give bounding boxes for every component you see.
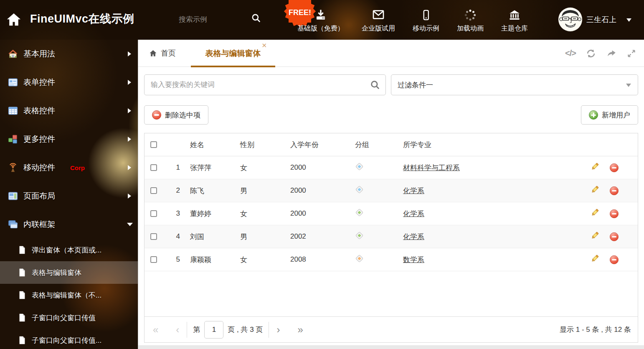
major-link[interactable]: 化学系 <box>403 209 424 219</box>
sidebar-item-inline-frame[interactable]: 内联框架 <box>0 210 138 239</box>
delete-icon[interactable] <box>610 232 619 241</box>
form-icon <box>8 77 18 88</box>
edit-icon[interactable] <box>591 231 599 242</box>
cell-gender: 男 <box>234 186 284 196</box>
source-code-icon[interactable]: </> <box>565 48 576 58</box>
sidebar-item-label: 基本用法 <box>23 48 55 59</box>
tab-label: 首页 <box>161 48 176 58</box>
chevron-down-icon <box>127 223 133 226</box>
refresh-icon[interactable] <box>586 48 596 59</box>
sidebar-item-more-controls[interactable]: 更多控件 <box>0 125 138 153</box>
tab-close-icon[interactable]: ✕ <box>261 42 267 48</box>
delete-icon[interactable] <box>610 186 619 195</box>
edit-icon[interactable] <box>591 162 599 173</box>
cell-gender: 女 <box>234 255 284 265</box>
cell-name: 康颖颖 <box>184 255 234 265</box>
cell-year: 2000 <box>284 163 349 172</box>
search-icon[interactable] <box>370 79 380 90</box>
delete-icon[interactable] <box>610 163 619 172</box>
col-header-year[interactable]: 入学年份 <box>284 140 349 150</box>
add-user-button[interactable]: 新增用户 <box>581 105 638 125</box>
row-checkbox[interactable] <box>150 210 157 217</box>
select-all-checkbox[interactable] <box>150 141 157 148</box>
avatar[interactable] <box>558 8 582 31</box>
nav-enterprise-trial[interactable]: 企业版试用 <box>362 7 395 33</box>
edit-icon[interactable] <box>591 208 599 219</box>
sidebar-item-mobile-controls[interactable]: 移动控件 Corp <box>0 153 138 182</box>
row-checkbox[interactable] <box>150 187 157 194</box>
table-row[interactable]: 5 康颖颖 女 2008 数学系 <box>145 248 638 271</box>
keyword-search-input[interactable] <box>145 75 385 95</box>
row-checkbox[interactable] <box>150 164 157 171</box>
chevron-right-icon <box>128 51 131 56</box>
delete-selected-button[interactable]: 删除选中项 <box>144 105 208 125</box>
prev-page-icon[interactable]: ‹ <box>174 325 181 335</box>
username[interactable]: 三生石上 <box>586 15 616 25</box>
page-number-input[interactable] <box>204 321 223 339</box>
sidebar-item-page-layout[interactable]: 页面布局 <box>0 182 138 210</box>
pager-divider <box>187 322 187 338</box>
row-checkbox[interactable] <box>150 233 157 240</box>
home-icon <box>149 49 157 57</box>
sidebar-item-grid-controls[interactable]: 表格控件 <box>0 97 138 125</box>
table-row[interactable]: 4 刘国 男 2002 化学系 <box>145 225 638 248</box>
sidebar-subitem-grid-edit-window-2[interactable]: 表格与编辑窗体（不... <box>0 284 138 306</box>
share-icon[interactable] <box>606 48 617 59</box>
cell-gender: 女 <box>234 163 284 173</box>
last-page-icon[interactable]: » <box>296 325 304 335</box>
sidebar-item-label: 表单控件 <box>23 77 55 88</box>
chevron-right-icon <box>128 165 131 170</box>
nav-basic-edition[interactable]: 基础版（免费） <box>297 7 344 33</box>
row-index: 5 <box>165 255 184 264</box>
col-header-gender[interactable]: 性别 <box>234 140 284 150</box>
header-search-icon[interactable] <box>251 13 261 23</box>
mobile-icon <box>420 7 432 21</box>
edit-icon[interactable] <box>591 254 599 265</box>
major-link[interactable]: 材料科学与工程系 <box>403 163 460 173</box>
pagination-bar: « ‹ 第 页 , 共 3 页 › » 显示 1 - 5 条 , 共 12 条 <box>145 316 638 342</box>
major-link[interactable]: 化学系 <box>403 186 424 196</box>
expand-icon[interactable] <box>626 48 636 59</box>
pager-divider <box>269 322 269 338</box>
nav-theme-repo[interactable]: 主题仓库 <box>501 7 528 33</box>
first-page-icon[interactable]: « <box>151 325 160 335</box>
table-row[interactable]: 1 张萍萍 女 2000 材料科学与工程系 <box>145 156 638 179</box>
table-row[interactable]: 3 董婷婷 女 2000 化学系 <box>145 202 638 225</box>
row-checkbox[interactable] <box>150 256 157 263</box>
next-page-icon[interactable]: › <box>275 325 281 335</box>
table-icon <box>8 105 18 116</box>
table-row[interactable]: 2 陈飞 男 2000 化学系 <box>145 179 638 202</box>
row-index: 1 <box>165 163 184 172</box>
record-summary: 显示 1 - 5 条 , 共 12 条 <box>560 325 631 334</box>
col-header-name[interactable]: 姓名 <box>184 140 234 150</box>
col-header-major[interactable]: 所学专业 <box>397 140 585 150</box>
home-logo-icon[interactable] <box>6 12 22 28</box>
major-link[interactable]: 化学系 <box>403 232 424 242</box>
nav-loading-animation[interactable]: 加载动画 <box>457 7 484 33</box>
cell-gender: 男 <box>234 232 284 242</box>
major-link[interactable]: 数学系 <box>403 255 424 265</box>
tab-grid-edit-window[interactable]: 表格与编辑窗体 ✕ <box>191 40 275 67</box>
file-icon <box>18 313 27 323</box>
nav-label: 加载动画 <box>457 24 484 33</box>
chevron-right-icon <box>128 80 131 85</box>
tab-home[interactable]: 首页 <box>149 40 176 66</box>
sidebar-subitem-child-to-parent-2[interactable]: 子窗口向父窗口传值... <box>0 329 138 349</box>
sidebar-subitem-grid-edit-window[interactable]: 表格与编辑窗体 <box>0 261 138 284</box>
col-header-group[interactable]: 分组 <box>349 140 397 150</box>
sidebar-item-form-controls[interactable]: 表单控件 <box>0 68 138 97</box>
sidebar-item-basic-usage[interactable]: 基本用法 <box>0 40 138 68</box>
nav-mobile-examples[interactable]: 移动示例 <box>413 7 439 33</box>
cell-year: 2002 <box>284 232 349 241</box>
edit-icon[interactable] <box>591 185 599 196</box>
filter-dropdown[interactable]: 过滤条件一 <box>391 74 638 95</box>
nav-label: 企业版试用 <box>362 24 395 33</box>
corp-badge: Corp <box>70 164 85 171</box>
user-caret-icon[interactable] <box>626 18 631 22</box>
header-search-input[interactable] <box>179 13 246 27</box>
sidebar-subitem-popup-window[interactable]: 弹出窗体（本页面或... <box>0 239 138 261</box>
sidebar-subitem-child-to-parent[interactable]: 子窗口向父窗口传值 <box>0 306 138 329</box>
tab-label: 表格与编辑窗体 <box>205 48 261 59</box>
delete-icon[interactable] <box>610 255 619 264</box>
delete-icon[interactable] <box>610 209 619 218</box>
